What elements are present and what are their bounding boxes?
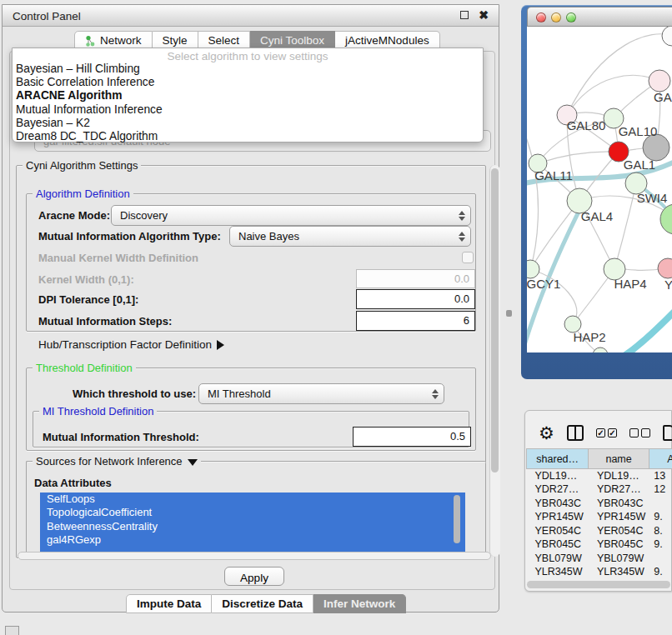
- control-panel-titlebar[interactable]: Control Panel ✖: [3, 5, 499, 27]
- network-node[interactable]: [660, 204, 672, 234]
- table-cell: YLR345W: [589, 565, 649, 579]
- data-attributes-list[interactable]: SelfLoopsTopologicalCoefficientBetweenne…: [40, 492, 465, 552]
- column-header-A[interactable]: A: [649, 449, 672, 469]
- node-label: HAP2: [573, 330, 605, 344]
- tab-label: Select: [208, 34, 240, 47]
- attributes-horizontal-scrollbar[interactable]: [18, 552, 491, 560]
- attribute-list-item[interactable]: TopologicalCoefficient: [40, 506, 465, 519]
- aracne-mode-combobox[interactable]: Discovery: [111, 205, 471, 226]
- table-cell: 13: [649, 469, 672, 483]
- node-label: GAL2: [654, 90, 672, 104]
- kernel-width-field[interactable]: 0.0: [356, 269, 475, 288]
- table-cell: YBR045C: [589, 538, 649, 552]
- network-node-y[interactable]: [658, 258, 672, 278]
- table-cell: YDL19…: [589, 469, 649, 483]
- algorithm-option[interactable]: Dream8 DC_TDC Algorithm: [13, 130, 483, 143]
- bottom-tab-bar: Impute DataDiscretize DataInfer Network: [126, 594, 406, 613]
- checked-boxes-icon[interactable]: ✓✓: [596, 428, 617, 438]
- table-cell: 12: [649, 482, 672, 497]
- mi-steps-label: Mutual Information Steps:: [38, 315, 172, 328]
- bottom-tab-infer-network[interactable]: Infer Network: [313, 594, 406, 613]
- algorithm-option[interactable]: Bayesian – Hill Climbing: [13, 62, 483, 76]
- mi-threshold-field[interactable]: 0.5: [353, 427, 471, 447]
- stepper-icon: [432, 389, 439, 399]
- node-table[interactable]: shared…nameA YDL19…YDL19…13YDR27…YDR27…1…: [526, 448, 672, 580]
- algorithm-option[interactable]: Mutual Information Inference: [13, 103, 483, 117]
- close-icon[interactable]: ✖: [479, 8, 489, 22]
- table-row[interactable]: YBR043CYBR043C: [527, 497, 672, 511]
- algorithm-definition-title: Algorithm Definition: [33, 188, 133, 200]
- table-panel-toolbar: ⚙ ✓✓: [539, 421, 672, 444]
- attribute-list-item[interactable]: BetweennessCentrality: [40, 520, 465, 533]
- network-view-titlebar[interactable]: [527, 7, 672, 27]
- table-row[interactable]: YPR145WYPR145W9.: [527, 510, 672, 524]
- stepper-icon: [459, 211, 465, 221]
- table-row[interactable]: YDR27…YDR27…12: [527, 482, 672, 497]
- float-window-icon[interactable]: [460, 11, 469, 19]
- network-node-gal2[interactable]: [649, 70, 670, 92]
- table-cell: YBR043C: [527, 497, 589, 511]
- column-header-shared…[interactable]: shared…: [527, 449, 589, 469]
- network-canvas[interactable]: GAL2GAL80GAL10GAL1GAL11SWI4GAL4GCY1HAP4Y…: [527, 27, 672, 352]
- table-cell: YPR145W: [527, 510, 589, 524]
- table-cell: YLR345W: [527, 565, 589, 579]
- minimize-light[interactable]: [551, 12, 561, 22]
- algorithm-option[interactable]: Bayesian – K2: [13, 117, 483, 130]
- mi-steps-field[interactable]: 6: [356, 311, 475, 331]
- table-cell: 9.: [649, 510, 672, 524]
- mi-algorithm-type-combobox[interactable]: Naive Bayes: [229, 226, 471, 247]
- attribute-list-item[interactable]: SelfLoops: [40, 492, 465, 506]
- table-cell: YDR27…: [527, 482, 589, 497]
- attributes-vertical-scrollbar[interactable]: [454, 495, 460, 543]
- close-light[interactable]: [536, 12, 546, 22]
- split-columns-icon[interactable]: [567, 425, 584, 441]
- restore-panel-button[interactable]: [5, 626, 19, 635]
- table-row[interactable]: YBR045CYBR045C9.: [527, 538, 672, 552]
- settings-scrollbar-thumb[interactable]: [491, 168, 499, 472]
- which-threshold-combobox[interactable]: MI Threshold: [198, 383, 444, 404]
- network-node-gcy1[interactable]: [527, 260, 539, 278]
- table-cell: 9.: [649, 565, 672, 579]
- mi-threshold-definition-title: MI Threshold Definition: [39, 405, 157, 418]
- table-row[interactable]: YER054CYER054C8.: [527, 524, 672, 538]
- data-attributes-label: Data Attributes: [34, 477, 112, 489]
- mi-algorithm-type-value: Naive Bayes: [238, 230, 299, 242]
- unchecked-boxes-icon[interactable]: [629, 428, 650, 438]
- network-node[interactable]: [662, 27, 672, 46]
- apply-button[interactable]: Apply: [224, 567, 284, 586]
- sources-title: Sources for Network Inference: [33, 455, 201, 468]
- node-label: HAP4: [614, 277, 646, 291]
- panel-splitter-handle[interactable]: [506, 310, 512, 317]
- table-cell: [649, 552, 672, 566]
- stepper-icon: [459, 232, 465, 242]
- manual-kernel-width-checkbox[interactable]: [462, 252, 474, 263]
- expanded-arrow-icon[interactable]: [188, 459, 198, 466]
- gear-icon[interactable]: ⚙: [539, 424, 554, 442]
- table-cell: YBR045C: [527, 538, 589, 552]
- table-row[interactable]: YLR345WYLR345W9.: [527, 565, 672, 579]
- column-header-name[interactable]: name: [589, 449, 649, 469]
- dpi-tolerance-field[interactable]: 0.0: [356, 289, 475, 309]
- bottom-tab-impute-data[interactable]: Impute Data: [126, 594, 212, 613]
- algorithm-option[interactable]: ARACNE Algorithm: [13, 89, 483, 102]
- tab-label: jActiveMNodules: [345, 34, 429, 47]
- bottom-tab-discretize-data[interactable]: Discretize Data: [212, 594, 313, 613]
- network-graph: GAL2GAL80GAL10GAL1GAL11SWI4GAL4GCY1HAP4Y…: [527, 27, 672, 352]
- table-row[interactable]: YBL079WYBL079W: [527, 552, 672, 566]
- tab-label: Network: [100, 34, 142, 47]
- node-label: GAL80: [567, 118, 606, 132]
- table-cell: YBL079W: [589, 552, 649, 566]
- zoom-light[interactable]: [566, 12, 576, 22]
- algorithm-option[interactable]: Basic Correlation Inference: [13, 76, 483, 89]
- collapsed-arrow-icon[interactable]: [217, 340, 224, 350]
- document-icon[interactable]: [663, 425, 672, 441]
- table-cell: 8.: [649, 524, 672, 538]
- hub-definition-section[interactable]: Hub/Transcription Factor Definition: [38, 338, 224, 351]
- attribute-list-item[interactable]: gal4RGexp: [40, 533, 465, 547]
- table-horizontal-scrollbar[interactable]: [527, 581, 670, 588]
- node-label: GAL11: [534, 168, 573, 182]
- table-row[interactable]: YDL19…YDL19…13: [527, 469, 672, 483]
- table-row[interactable]: YIL052CYIL052C9: [527, 579, 672, 581]
- network-node[interactable]: [593, 348, 608, 352]
- table-cell: 9: [649, 579, 672, 581]
